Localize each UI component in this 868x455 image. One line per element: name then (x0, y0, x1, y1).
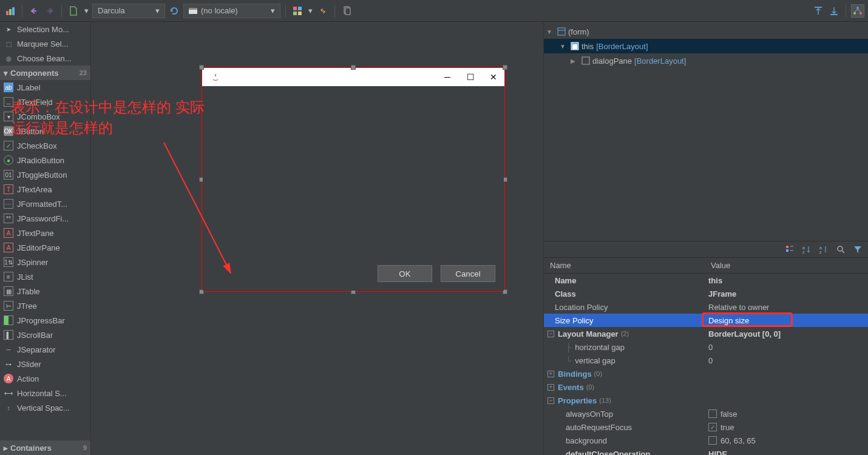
scrollbar-icon: ▌ (4, 330, 13, 340)
tree-row-this[interactable]: ▼ this [BorderLayout] (544, 39, 868, 53)
palette-jradiobutton[interactable]: ●JRadioButton (0, 153, 90, 167)
redo-button[interactable] (43, 4, 56, 18)
checkbox-icon[interactable]: ✓ (708, 423, 717, 431)
choose-bean[interactable]: ◎Choose Bean... (0, 51, 90, 66)
resize-handle-n[interactable] (351, 65, 356, 70)
svg-rect-16 (558, 28, 565, 35)
palette-jtogglebutton[interactable]: 01JToggleButton (0, 167, 90, 182)
expand-icon[interactable]: + (548, 384, 554, 391)
minimize-button[interactable]: ─ (442, 72, 452, 82)
prop-row-vgap[interactable]: └vertical gap0 (544, 354, 868, 367)
prop-row-location-policy[interactable]: Location PolicyRelative to owner (544, 300, 868, 314)
palette-dropdown-icon[interactable]: ▾ (307, 4, 314, 18)
svg-rect-5 (293, 7, 297, 10)
locale-dropdown[interactable]: (no locale) ▾ (183, 4, 280, 18)
palette-jprogressbar[interactable]: JProgressBar (0, 313, 90, 328)
prop-row-hgap[interactable]: ├horizontal gap0 (544, 340, 868, 354)
palette-hstrut[interactable]: ⟷Horizontal S... (0, 386, 90, 400)
locale-value: (no locale) (201, 6, 238, 15)
color-swatch[interactable] (708, 436, 717, 445)
palette-jtextarea[interactable]: TJTextArea (0, 182, 90, 197)
action-icon: A (4, 374, 13, 383)
file-icon[interactable] (67, 4, 80, 18)
prop-row-alwaysontop[interactable]: alwaysOnTopfalse (544, 407, 868, 420)
palette-action[interactable]: AAction (0, 371, 90, 386)
palette-jtable[interactable]: ▦JTable (0, 284, 90, 298)
search-icon[interactable] (834, 243, 847, 256)
align-bottom-icon[interactable] (827, 4, 841, 18)
checkbox-icon: ✓ (4, 141, 13, 150)
toggle-icon: 01 (4, 170, 13, 180)
refresh-button[interactable] (168, 4, 181, 18)
resize-handle-ne[interactable] (503, 65, 507, 70)
prop-row-name[interactable]: Namethis (544, 274, 868, 287)
selection-mode[interactable]: ➤Selection Mo... (0, 22, 90, 36)
collapse-icon[interactable]: − (548, 331, 554, 337)
svg-rect-6 (298, 7, 302, 10)
prop-row-background[interactable]: background60, 63, 65 (544, 434, 868, 447)
palette-jslider[interactable]: ⊶JSlider (0, 357, 90, 371)
bean-icon: ◎ (4, 53, 13, 63)
prop-row-class[interactable]: ClassJFrame (544, 287, 868, 300)
spinner-icon: 1⇅ (4, 257, 13, 267)
file-dropdown-icon[interactable]: ▾ (83, 4, 90, 18)
hierarchy-icon[interactable] (851, 4, 864, 18)
tree-icon: ⊢ (4, 301, 13, 311)
tree-row-dialogpane[interactable]: ▶ dialogPane [BorderLayout] (544, 53, 868, 68)
textarea-icon: T (4, 184, 13, 194)
tree-row-form[interactable]: ▼ (form) (544, 24, 868, 39)
align-top-icon[interactable] (812, 4, 825, 18)
palette-jtree[interactable]: ⊢JTree (0, 298, 90, 313)
filter-icon[interactable] (851, 243, 864, 256)
components-count: 23 (80, 69, 87, 76)
sort-category-icon[interactable] (783, 243, 796, 256)
checkbox-icon[interactable] (708, 410, 717, 418)
components-header[interactable]: ▾Components 23 (0, 66, 90, 80)
svg-text:z: z (819, 250, 822, 254)
close-button[interactable]: ✕ (489, 72, 498, 82)
ok-button[interactable]: OK (378, 265, 432, 282)
chevron-down-icon: ▾ (271, 6, 275, 15)
link-icon[interactable] (316, 4, 330, 18)
marquee-icon: ⬚ (4, 39, 13, 49)
marquee-selection[interactable]: ⬚Marquee Sel... (0, 36, 90, 51)
undo-button[interactable] (27, 4, 41, 18)
sort-alpha-down-icon[interactable]: az (800, 243, 813, 256)
palette-jeditorpane[interactable]: AJEditorPane (0, 240, 90, 255)
palette-jscrollbar[interactable]: ▌JScrollBar (0, 328, 90, 342)
palette-jcheckbox[interactable]: ✓JCheckBox (0, 138, 90, 153)
palette-jlist[interactable]: ≡JList (0, 269, 90, 284)
palette-jpasswordfield[interactable]: **JPasswordFi... (0, 211, 90, 226)
maximize-button[interactable]: ☐ (466, 72, 475, 82)
prop-row-bindings[interactable]: +Bindings (0) (544, 367, 868, 380)
svg-point-15 (860, 12, 862, 15)
prop-row-properties[interactable]: −Properties (13) (544, 394, 868, 407)
expand-icon[interactable]: + (548, 371, 554, 377)
theme-dropdown[interactable]: Darcula ▾ (92, 4, 165, 18)
palette-jseparator[interactable]: ─JSeparator (0, 342, 90, 357)
formatted-icon: ⋯ (4, 199, 13, 209)
palette-icon[interactable] (291, 4, 304, 18)
window-titlebar: ─ ☐ ✕ (202, 68, 504, 86)
prop-row-defaultcloseoperation[interactable]: defaultCloseOperationHIDE (544, 447, 868, 455)
containers-header[interactable]: ▸Containers 9 (0, 440, 90, 455)
svg-point-14 (853, 12, 856, 15)
svg-rect-0 (6, 11, 8, 15)
prop-row-autorequestfocus[interactable]: autoRequestFocus✓true (544, 420, 868, 434)
theme-value: Darcula (98, 6, 125, 15)
prop-row-events[interactable]: +Events (0) (544, 380, 868, 394)
palette-vstrut[interactable]: ↕Vertical Spac... (0, 400, 90, 415)
cancel-button[interactable]: Cancel (441, 265, 495, 282)
palette-jlabel[interactable]: abJLabel (0, 80, 90, 95)
collapse-icon[interactable]: − (548, 397, 554, 404)
palette-jtextpane[interactable]: AJTextPane (0, 226, 90, 240)
annotation-text: 运行就是怎样的 (11, 118, 314, 138)
palette-jspinner[interactable]: 1⇅JSpinner (0, 255, 90, 269)
sort-alpha-icon[interactable]: az (817, 243, 830, 256)
svg-rect-4 (189, 8, 197, 10)
highlight-box (702, 312, 793, 327)
resize-handle-nw[interactable] (199, 65, 204, 70)
prop-row-layout-manager[interactable]: −Layout Manager (2)BorderLayout [0, 0] (544, 327, 868, 340)
palette-jformattedtextfield[interactable]: ⋯JFormattedT... (0, 197, 90, 211)
copy-icon[interactable] (340, 4, 353, 18)
